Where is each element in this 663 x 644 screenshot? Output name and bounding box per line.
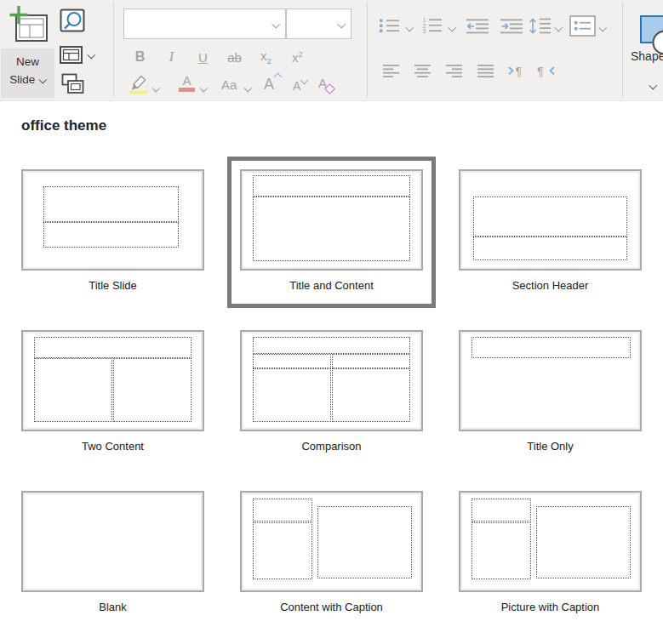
layout-option-blank[interactable]: Blank xyxy=(21,491,204,617)
group-divider xyxy=(622,2,623,98)
layout-option-title-content[interactable]: Title and Content xyxy=(240,169,423,295)
rtl-direction-icon: ¶ xyxy=(507,64,528,78)
placeholder-box xyxy=(472,522,532,580)
font-size-combo[interactable] xyxy=(286,9,352,39)
layout-chevron-icon xyxy=(88,51,95,59)
layout-label: Picture with Caption xyxy=(459,601,642,613)
layout-option-picture-caption[interactable]: Picture with Caption xyxy=(459,491,642,617)
placeholder-box xyxy=(43,222,178,248)
justify-button[interactable] xyxy=(477,65,494,81)
align-right-button[interactable] xyxy=(446,65,462,81)
layout-thumbnail xyxy=(21,169,204,271)
font-color-bar-icon xyxy=(179,88,195,92)
strikethrough-button[interactable]: ab xyxy=(219,50,250,65)
shrink-font-glyph: A xyxy=(293,79,300,93)
clear-formatting-button[interactable]: A xyxy=(318,76,334,93)
reuse-slides-button[interactable] xyxy=(60,9,86,38)
decrease-indent-button[interactable] xyxy=(466,19,489,37)
font-color-glyph: A xyxy=(179,75,195,87)
align-left-button[interactable] xyxy=(383,65,399,81)
text-highlight-color-button[interactable] xyxy=(129,74,148,98)
layout-option-title-slide[interactable]: Title Slide xyxy=(21,169,204,295)
font-color-chevron-icon[interactable] xyxy=(200,84,208,92)
font-format-row: B I U ab x2 x2 xyxy=(124,45,313,69)
layout-button[interactable] xyxy=(60,46,83,67)
reset-icon xyxy=(61,73,84,94)
layout-thumbnail xyxy=(459,169,642,271)
bullets-chevron-icon[interactable] xyxy=(406,24,414,31)
new-slide-button[interactable]: New Slide xyxy=(1,2,54,97)
subscript-digit: 2 xyxy=(267,56,271,66)
svg-text:¶: ¶ xyxy=(516,65,523,78)
layout-label: Title Slide xyxy=(21,279,204,292)
font-name-combo[interactable] xyxy=(123,9,286,39)
placeholder-box xyxy=(253,354,332,368)
layout-thumbnail xyxy=(459,330,642,431)
line-spacing-button[interactable] xyxy=(529,18,552,37)
new-slide-label: New Slide xyxy=(1,48,54,98)
new-slide-icon xyxy=(9,4,49,47)
placeholder-box xyxy=(473,237,627,260)
line-spacing-icon xyxy=(529,18,552,34)
numbering-chevron-icon[interactable] xyxy=(449,24,456,31)
subscript-button[interactable]: x2 xyxy=(250,48,282,66)
layout-label: Content with Caption xyxy=(240,601,423,613)
rtl-text-direction-button[interactable]: ¶ xyxy=(507,64,528,82)
placeholder-box xyxy=(113,358,192,422)
layout-option-title-only[interactable]: Title Only xyxy=(459,330,642,456)
superscript-digit: 2 xyxy=(299,49,303,59)
placeholder-box xyxy=(472,499,532,522)
bold-button[interactable]: B xyxy=(124,49,156,65)
reuse-slides-icon xyxy=(60,9,86,35)
shapes-button[interactable]: Shapes xyxy=(626,2,663,97)
increase-indent-button[interactable] xyxy=(500,19,523,37)
layout-label: Section Header xyxy=(459,279,642,292)
align-center-icon xyxy=(414,65,431,77)
shapes-chevron-icon xyxy=(649,82,657,89)
grow-font-glyph: A xyxy=(264,76,274,93)
grow-caret-icon xyxy=(274,73,283,82)
change-case-glyph: Aa xyxy=(221,77,237,92)
increase-indent-icon xyxy=(500,19,523,34)
layout-thumbnail xyxy=(21,491,204,592)
placeholder-box xyxy=(253,368,332,422)
ltr-direction-icon: ¶ xyxy=(535,64,556,78)
svg-text:3: 3 xyxy=(423,28,426,33)
superscript-button[interactable]: x2 xyxy=(282,49,313,65)
convert-to-smartart-button[interactable] xyxy=(569,15,596,40)
ltr-text-direction-button[interactable]: ¶ xyxy=(535,64,556,82)
placeholder-box xyxy=(536,506,632,578)
align-left-icon xyxy=(383,65,399,77)
placeholder-box xyxy=(317,506,413,578)
placeholder-box xyxy=(253,337,411,355)
align-center-button[interactable] xyxy=(414,65,431,81)
italic-button[interactable]: I xyxy=(156,49,187,65)
layout-label: Title and Content xyxy=(240,279,423,292)
highlight-chevron-icon[interactable] xyxy=(152,84,160,92)
group-divider xyxy=(367,2,368,98)
layout-option-section-header[interactable]: Section Header xyxy=(459,169,642,295)
numbering-button[interactable]: 1 2 3 xyxy=(422,17,443,37)
font-size-chevron-icon xyxy=(337,20,345,28)
layout-label: Two Content xyxy=(21,440,204,453)
highlighter-icon xyxy=(129,74,148,94)
change-case-chevron-icon[interactable] xyxy=(244,84,252,92)
layout-option-content-caption[interactable]: Content with Caption xyxy=(240,491,423,617)
placeholder-box xyxy=(253,175,411,197)
smartart-chevron-icon[interactable] xyxy=(599,24,607,31)
change-case-button[interactable]: Aa xyxy=(221,77,237,93)
placeholder-box xyxy=(473,197,627,237)
layout-option-two-content[interactable]: Two Content xyxy=(21,330,204,456)
increase-font-size-button[interactable]: A xyxy=(264,74,281,94)
smartart-icon xyxy=(569,15,596,37)
layout-option-comparison[interactable]: Comparison xyxy=(240,330,423,456)
layout-icon xyxy=(60,46,83,64)
underline-button[interactable]: U xyxy=(187,50,219,65)
reset-button[interactable] xyxy=(61,73,84,98)
bullets-button[interactable] xyxy=(380,19,400,37)
placeholder-box xyxy=(34,358,113,422)
line-spacing-chevron-icon[interactable] xyxy=(555,24,563,31)
placeholder-box xyxy=(253,522,313,580)
font-color-button[interactable]: A xyxy=(179,75,195,92)
decrease-font-size-button[interactable]: A xyxy=(293,77,307,94)
